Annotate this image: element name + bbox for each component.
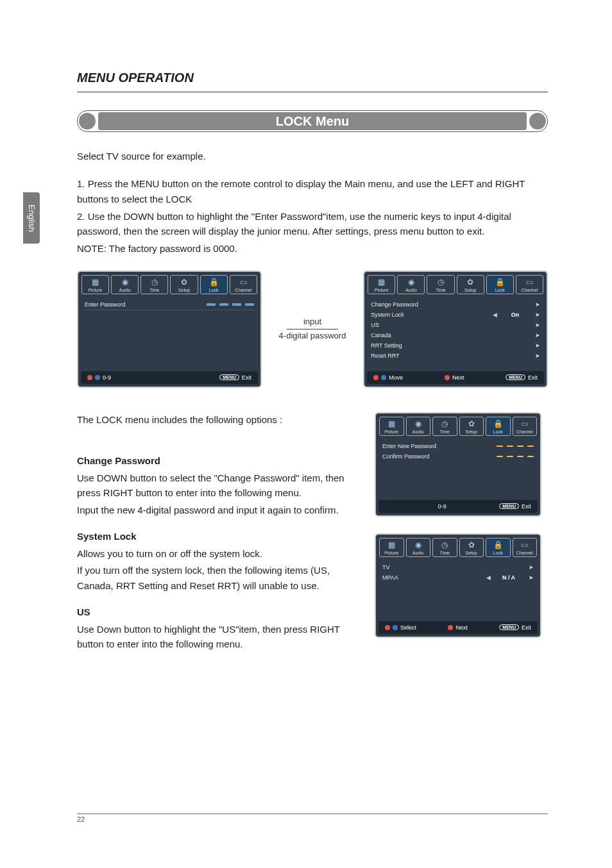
- right-arrow-icon: ➤: [525, 574, 534, 581]
- tab-label: Time: [440, 430, 450, 434]
- section-paragraph: If you turn off the system lock, then th…: [77, 563, 357, 593]
- tab-time: ◷Time: [427, 275, 454, 294]
- tab-label: Lock: [209, 288, 219, 292]
- between-annotation: input 4-digital password: [269, 315, 355, 343]
- time-icon: ◷: [439, 540, 450, 549]
- channel-icon: ▭: [519, 419, 531, 428]
- tab-audio: ◉Audio: [406, 538, 431, 557]
- section-paragraph: Use Down button to highlight the "US"ite…: [77, 622, 357, 652]
- lock-icon: 🔒: [492, 540, 504, 549]
- tab-time: ◷Time: [432, 417, 457, 436]
- section-paragraph: Allows you to turn on or off the system …: [77, 546, 357, 561]
- menu-pill: MENU: [499, 503, 519, 509]
- two-col-section: The LOCK menu includes the following opt…: [77, 412, 548, 654]
- tab-label: Channel: [521, 288, 538, 292]
- right-arrow-icon: ➤: [531, 322, 540, 328]
- osd2-footer-mid: Next: [452, 374, 464, 381]
- time-icon: ◷: [149, 278, 160, 287]
- right-column: ▦Picture◉Audio◷Time✿Setup🔒Lock▭Channel E…: [375, 412, 548, 638]
- time-icon: ◷: [435, 278, 446, 287]
- menu-pill: MENU: [499, 624, 519, 630]
- tab-channel: ▭Channel: [513, 417, 538, 436]
- osd2-footer-left: Move: [389, 374, 403, 381]
- osd4-footer-right: Exit: [522, 624, 531, 631]
- picture-icon: ▦: [386, 540, 397, 549]
- tab-label: Picture: [384, 551, 398, 555]
- tab-channel: ▭Channel: [516, 275, 543, 294]
- tab-label: Audio: [405, 288, 417, 292]
- tab-audio: ◉Audio: [406, 417, 431, 436]
- right-arrow-icon: ➤: [531, 301, 540, 308]
- tab-lock: 🔒Lock: [486, 538, 511, 557]
- time-icon: ◷: [439, 419, 450, 428]
- new-pw-dashes: [497, 446, 534, 447]
- osd1-tabs: ▦Picture◉Audio◷Time✿Setup🔒Lock▭Channel: [78, 272, 260, 294]
- tab-label: Time: [149, 288, 159, 292]
- osd2-footer: Move Next MENUExit: [367, 371, 544, 384]
- osd-item-label: Reset RRT: [371, 353, 490, 359]
- osd-item: MPAA◀N / A➤: [382, 572, 534, 583]
- osd-item-label: US: [371, 322, 490, 328]
- osd4-tabs: ▦Picture◉Audio◷Time✿Setup🔒Lock▭Channel: [376, 535, 540, 557]
- section-paragraph: Input the new 4-digital password and inp…: [77, 503, 357, 517]
- section-heading: US: [77, 605, 357, 619]
- section-heading: System Lock: [77, 529, 357, 544]
- setup-icon: ✿: [178, 278, 190, 287]
- note: NOTE: The factory password is 0000.: [77, 241, 548, 256]
- osd4-footer-mid: Next: [455, 624, 468, 631]
- tab-label: Audio: [119, 288, 131, 292]
- lock-icon: 🔒: [208, 278, 219, 287]
- page-number: 22: [77, 814, 548, 823]
- osd-row-1: ▦Picture◉Audio◷Time✿Setup🔒Lock▭Channel E…: [77, 271, 548, 388]
- menu-pill: MENU: [506, 374, 525, 380]
- left-column: The LOCK menu includes the following opt…: [77, 412, 357, 654]
- banner-cap-left: [79, 113, 96, 129]
- right-arrow-icon: ➤: [531, 353, 540, 359]
- osd-item-label: MPAA: [382, 574, 484, 581]
- tab-label: Picture: [384, 430, 398, 434]
- tab-label: Time: [440, 551, 450, 555]
- setup-icon: ✿: [464, 278, 476, 287]
- osd3-row1: Enter New Password: [382, 443, 497, 449]
- tab-label: Setup: [178, 288, 190, 292]
- section-banner: LOCK Menu: [77, 110, 548, 132]
- intro-block: Select TV source for example. 1. Press t…: [77, 149, 548, 256]
- intro-text: Select TV source for example.: [77, 149, 548, 163]
- page-footer: 22: [77, 814, 548, 823]
- picture-icon: ▦: [376, 278, 387, 287]
- page-title: MENU OPERATION: [77, 71, 548, 85]
- osd-item-value: N / A: [493, 574, 525, 581]
- tab-label: Picture: [375, 288, 389, 292]
- step-1: 1. Press the MENU button on the remote c…: [77, 176, 548, 206]
- osd-item-label: TV: [382, 564, 484, 571]
- osd-item: Reset RRT➤: [371, 351, 540, 361]
- tab-picture: ▦Picture: [368, 275, 395, 294]
- osd4-footer-left: Select: [400, 624, 416, 631]
- picture-icon: ▦: [90, 278, 101, 287]
- menu-pill: MENU: [219, 374, 239, 380]
- password-dashes: [207, 303, 254, 306]
- language-tab: English: [23, 192, 40, 244]
- tab-setup: ✿Setup: [170, 275, 198, 294]
- tab-label: Setup: [464, 288, 476, 292]
- setup-icon: ✿: [466, 419, 477, 428]
- banner-label: LOCK Menu: [98, 112, 527, 130]
- tab-label: Setup: [466, 430, 477, 434]
- channel-icon: ▭: [519, 540, 531, 549]
- tab-lock: 🔒Lock: [486, 275, 514, 294]
- page-content: MENU OPERATION LOCK Menu Select TV sourc…: [77, 71, 548, 654]
- lock-icon: 🔒: [494, 278, 506, 287]
- osd-item-label: Change Password: [371, 301, 490, 308]
- osd1-footer-right: Exit: [242, 374, 251, 381]
- tab-setup: ✿Setup: [459, 417, 484, 436]
- tab-time: ◷Time: [140, 275, 168, 294]
- right-arrow-icon: ➤: [531, 342, 540, 349]
- audio-icon: ◉: [405, 278, 417, 287]
- tab-channel: ▭Channel: [230, 275, 257, 294]
- tab-setup: ✿Setup: [459, 538, 484, 557]
- osd-item-label: System Lock: [371, 312, 490, 318]
- tab-channel: ▭Channel: [513, 538, 538, 557]
- tab-label: Lock: [493, 430, 503, 434]
- tab-lock: 🔒Lock: [200, 275, 228, 294]
- osd-item-value: On: [499, 312, 531, 318]
